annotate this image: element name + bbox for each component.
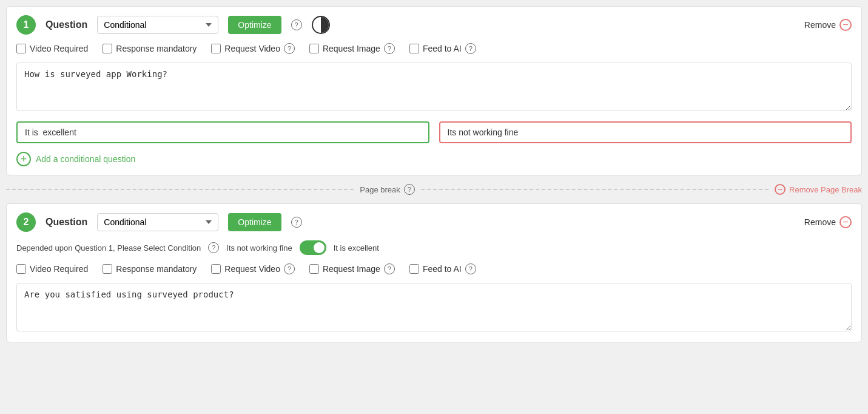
question-1-options	[16, 121, 852, 143]
request-image-checkbox-1[interactable]	[309, 44, 319, 53]
condition-toggle[interactable]	[300, 240, 326, 255]
question-1-text[interactable]: How is surveyed app Working?	[16, 63, 852, 111]
page-break-line-right	[421, 189, 769, 190]
question-1-label: Question	[45, 19, 87, 30]
feed-to-ai-checkbox-2[interactable]	[409, 264, 419, 274]
question-2-number: 2	[16, 212, 36, 232]
question-2-checkboxes: Video Required Response mandatory Reques…	[16, 263, 852, 274]
feed-to-ai-help-2[interactable]: ?	[465, 263, 476, 274]
request-video-1[interactable]: Request Video ?	[211, 43, 295, 54]
response-mandatory-1[interactable]: Response mandatory	[103, 44, 197, 53]
request-video-help-1[interactable]: ?	[284, 43, 295, 54]
question-1-type-select[interactable]: Conditional Multiple Choice Rating Text	[97, 16, 218, 34]
option-1-green[interactable]	[16, 121, 429, 143]
request-image-help-2[interactable]: ?	[384, 263, 395, 274]
feed-to-ai-checkbox-1[interactable]	[409, 44, 419, 53]
response-mandatory-2[interactable]: Response mandatory	[103, 264, 197, 274]
page: 1 Question Conditional Multiple Choice R…	[0, 0, 868, 414]
remove-icon-1: −	[839, 19, 852, 31]
feed-to-ai-1[interactable]: Feed to AI ?	[409, 43, 476, 54]
page-break-line-left	[6, 189, 354, 190]
optimize-button-2[interactable]: Optimize	[228, 213, 281, 231]
video-required-1[interactable]: Video Required	[16, 44, 88, 53]
question-2-label: Question	[45, 217, 87, 228]
optimize-help-icon-2[interactable]: ?	[291, 217, 302, 228]
question-2-type-select[interactable]: Conditional Multiple Choice Rating Text	[97, 213, 218, 231]
request-image-checkbox-2[interactable]	[309, 264, 319, 274]
video-required-checkbox-1[interactable]	[16, 44, 26, 53]
question-2-condition-row: Depended upon Question 1, Please Select …	[16, 240, 852, 255]
remove-icon-2: −	[839, 216, 852, 228]
question-2-text[interactable]: Are you satisfied using surveyed product…	[16, 283, 852, 331]
option-2-red[interactable]	[439, 121, 852, 143]
theme-icon-1[interactable]	[312, 16, 330, 34]
page-break-help-icon[interactable]: ?	[404, 184, 415, 195]
question-1-checkboxes: Video Required Response mandatory Reques…	[16, 43, 852, 54]
remove-button-1[interactable]: Remove −	[804, 19, 852, 31]
request-image-1[interactable]: Request Image ?	[309, 43, 395, 54]
question-block-2: 2 Question Conditional Multiple Choice R…	[6, 203, 862, 342]
add-conditional-1[interactable]: + Add a conditional question	[16, 152, 852, 166]
response-mandatory-checkbox-2[interactable]	[103, 264, 112, 274]
request-image-help-1[interactable]: ?	[384, 43, 395, 54]
video-required-checkbox-2[interactable]	[16, 264, 26, 274]
question-2-header: 2 Question Conditional Multiple Choice R…	[16, 212, 852, 232]
toggle-slider	[300, 240, 326, 255]
add-icon-1: +	[16, 152, 31, 166]
optimize-help-icon-1[interactable]: ?	[291, 19, 302, 30]
feed-to-ai-help-1[interactable]: ?	[465, 43, 476, 54]
feed-to-ai-2[interactable]: Feed to AI ?	[409, 263, 476, 274]
remove-button-2[interactable]: Remove −	[804, 216, 852, 228]
page-break-label: Page break ?	[360, 184, 415, 195]
video-required-2[interactable]: Video Required	[16, 264, 88, 274]
question-block-1: 1 Question Conditional Multiple Choice R…	[6, 6, 862, 175]
question-1-header: 1 Question Conditional Multiple Choice R…	[16, 15, 852, 35]
response-mandatory-checkbox-1[interactable]	[103, 44, 112, 53]
request-video-help-2[interactable]: ?	[284, 263, 295, 274]
optimize-button-1[interactable]: Optimize	[228, 16, 281, 34]
remove-page-break-button[interactable]: − Remove Page Break	[775, 184, 862, 195]
request-video-checkbox-2[interactable]	[211, 264, 221, 274]
question-1-number: 1	[16, 15, 36, 35]
request-video-2[interactable]: Request Video ?	[211, 263, 295, 274]
condition-help-icon[interactable]: ?	[208, 242, 219, 253]
page-break: Page break ? − Remove Page Break	[6, 175, 862, 203]
request-image-2[interactable]: Request Image ?	[309, 263, 395, 274]
remove-page-break-icon: −	[775, 184, 786, 195]
request-video-checkbox-1[interactable]	[211, 44, 221, 53]
